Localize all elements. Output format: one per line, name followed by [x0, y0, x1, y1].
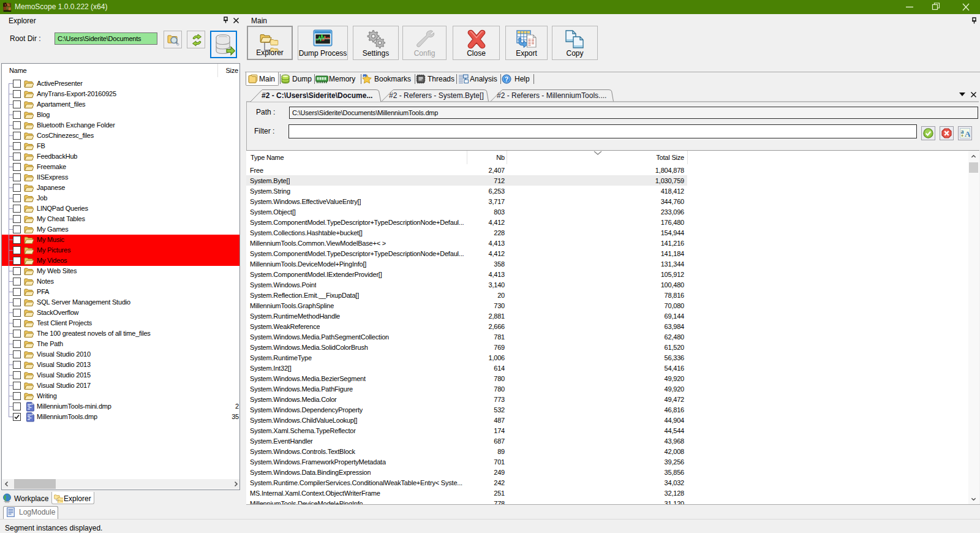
- svg-text:a: a: [961, 128, 964, 135]
- svg-text:?: ?: [505, 75, 508, 83]
- svg-text:A: A: [965, 129, 970, 138]
